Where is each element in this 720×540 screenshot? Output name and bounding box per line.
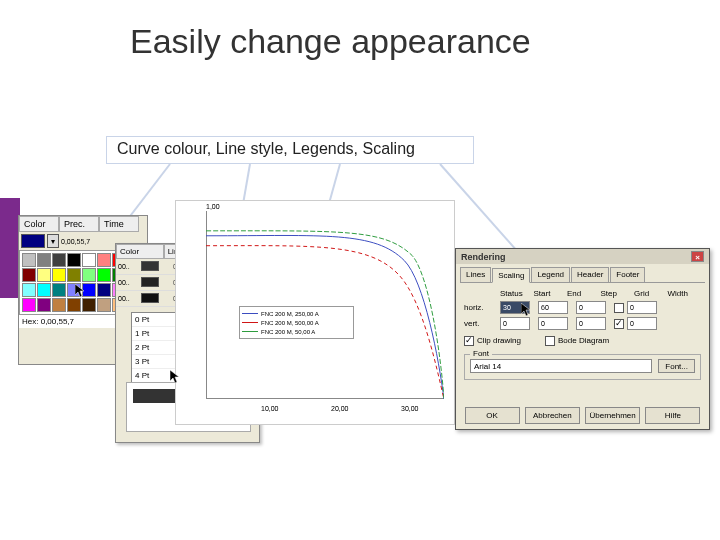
color-swatch[interactable] xyxy=(37,253,51,267)
color-swatch[interactable] xyxy=(37,298,51,312)
col-header-prec: Prec. xyxy=(59,216,99,232)
horiz-start-input[interactable] xyxy=(500,301,530,314)
tab-lines[interactable]: Lines xyxy=(460,267,491,282)
legend-entry: FNC 200 M, 500,00 A xyxy=(242,318,351,327)
selected-color-swatch[interactable] xyxy=(21,234,45,248)
hex-label: Hex: xyxy=(22,317,38,326)
y-axis-top-label: 1,00 xyxy=(206,203,220,210)
tab-header[interactable]: Header xyxy=(571,267,609,282)
tab-scaling[interactable]: Scaling xyxy=(492,268,530,283)
vert-end-input[interactable] xyxy=(538,317,568,330)
legend-entry: FNC 200 M, 250,00 A xyxy=(242,309,351,318)
color-swatch[interactable] xyxy=(82,268,96,282)
col-grid: Grid xyxy=(634,289,668,298)
tab-legend[interactable]: Legend xyxy=(531,267,570,282)
x-tick-2: 30,00 xyxy=(401,405,419,412)
vert-grid-checkbox[interactable] xyxy=(614,319,624,329)
font-section-label: Font xyxy=(470,349,492,358)
subtitle-caption: Curve colour, Line style, Legends, Scali… xyxy=(106,136,474,164)
line-weight-option[interactable]: 0 Pt xyxy=(132,313,180,327)
line-weight-option[interactable]: 2 Pt xyxy=(132,341,180,355)
color-swatch[interactable] xyxy=(97,298,111,312)
color-swatch[interactable] xyxy=(22,283,36,297)
bode-diagram-label: Bode Diagram xyxy=(558,336,609,345)
color-swatch[interactable] xyxy=(97,268,111,282)
abbrechen-button[interactable]: Abbrechen xyxy=(525,407,580,424)
vert-step-input[interactable] xyxy=(576,317,606,330)
x-tick-1: 20,00 xyxy=(331,405,349,412)
font-field[interactable] xyxy=(470,359,652,373)
ls-header-color: Color xyxy=(116,244,164,259)
color-swatch[interactable] xyxy=(67,283,81,297)
line-weight-option[interactable]: 3 Pt xyxy=(132,355,180,369)
bode-diagram-checkbox[interactable] xyxy=(545,336,555,346)
vert-width-input[interactable] xyxy=(627,317,657,330)
decorative-sidebar xyxy=(0,198,20,298)
color-swatch[interactable] xyxy=(22,268,36,282)
color-swatch[interactable] xyxy=(37,268,51,282)
clip-drawing-label: Clip drawing xyxy=(477,336,521,345)
line-weight-option[interactable]: 4 Pt xyxy=(132,369,180,383)
dialog-tabstrip: LinesScalingLegendHeaderFooter xyxy=(460,267,705,283)
font-button[interactable]: Font... xyxy=(658,359,695,373)
col-status: Status xyxy=(500,289,534,298)
close-icon[interactable]: × xyxy=(691,251,704,262)
color-swatch[interactable] xyxy=(37,283,51,297)
chart-legend: FNC 200 M, 250,00 AFNC 200 M, 500,00 AFN… xyxy=(239,306,354,339)
ok-button[interactable]: OK xyxy=(465,407,520,424)
row-vert-label: vert. xyxy=(464,319,500,328)
horiz-step-input[interactable] xyxy=(576,301,606,314)
slide-title: Easily change appearance xyxy=(130,22,531,61)
color-swatch[interactable] xyxy=(67,268,81,282)
horiz-end-input[interactable] xyxy=(538,301,568,314)
vert-start-input[interactable] xyxy=(500,317,530,330)
x-tick-0: 10,00 xyxy=(261,405,279,412)
rendering-dialog: Rendering × LinesScalingLegendHeaderFoot… xyxy=(455,248,710,430)
color-swatch[interactable] xyxy=(22,253,36,267)
übernehmen-button[interactable]: Übernehmen xyxy=(585,407,640,424)
color-swatch[interactable] xyxy=(82,253,96,267)
line-weight-option[interactable]: 1 Pt xyxy=(132,327,180,341)
color-swatch[interactable] xyxy=(97,253,111,267)
color-swatch[interactable] xyxy=(82,298,96,312)
color-swatch[interactable] xyxy=(52,298,66,312)
color-swatch[interactable] xyxy=(52,268,66,282)
chart-area: 1,00 FNC 200 M, 250,00 AFNC 200 M, 500,0… xyxy=(175,200,455,425)
color-swatch[interactable] xyxy=(52,283,66,297)
col-header-time: Time xyxy=(99,216,139,232)
hilfe-button[interactable]: Hilfe xyxy=(645,407,700,424)
col-end: End xyxy=(567,289,601,298)
color-swatch[interactable] xyxy=(52,253,66,267)
color-dropdown-button[interactable]: ▾ xyxy=(47,234,59,248)
horiz-width-input[interactable] xyxy=(627,301,657,314)
col-header-color: Color xyxy=(19,216,59,232)
legend-entry: FNC 200 M, 50,00 A xyxy=(242,327,351,336)
hex-value: 0,00,55,7 xyxy=(41,317,74,326)
color-swatch[interactable] xyxy=(67,253,81,267)
col-width: Width xyxy=(668,289,702,298)
tab-footer[interactable]: Footer xyxy=(610,267,645,282)
color-swatch[interactable] xyxy=(22,298,36,312)
clip-drawing-checkbox[interactable] xyxy=(464,336,474,346)
selected-hex-inline: 0,00,55,7 xyxy=(61,238,90,245)
col-start: Start xyxy=(534,289,568,298)
color-swatch[interactable] xyxy=(82,283,96,297)
col-step: Step xyxy=(601,289,635,298)
color-swatch[interactable] xyxy=(67,298,81,312)
color-swatch[interactable] xyxy=(97,283,111,297)
horiz-grid-checkbox[interactable] xyxy=(614,303,624,313)
row-horiz-label: horiz. xyxy=(464,303,500,312)
dialog-title: Rendering xyxy=(461,252,506,262)
